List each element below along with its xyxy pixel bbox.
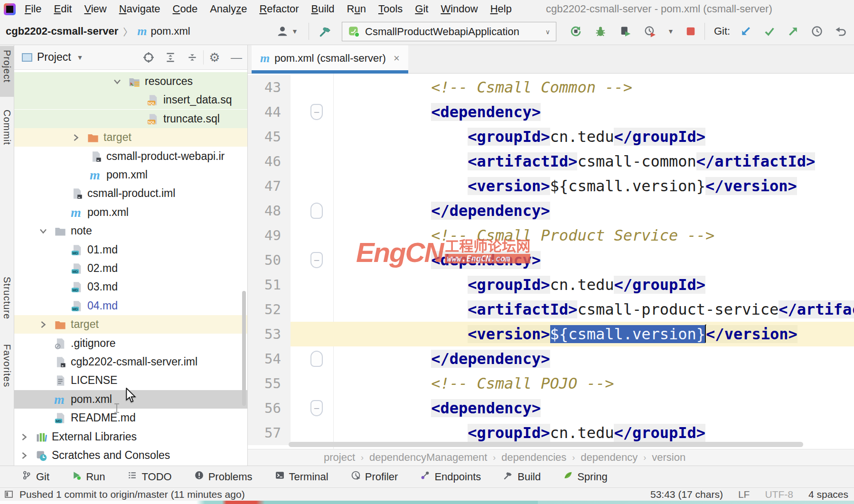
code-line-55[interactable]: 55 <!-- Csmall POJO --> bbox=[248, 371, 854, 396]
locate-file-button[interactable] bbox=[138, 48, 160, 67]
code-line-53[interactable]: 53 <version>${csmall.version}</version> bbox=[248, 322, 854, 346]
tree-item-gitignore[interactable]: .gitignore bbox=[14, 334, 247, 353]
tool-window-button-git[interactable]: Git bbox=[22, 470, 49, 483]
tree-item-csmall-product-webapi-ir[interactable]: csmall-product-webapi.ir bbox=[14, 147, 247, 166]
code-line-56[interactable]: 56− <dependency> bbox=[248, 396, 854, 420]
line-separator-widget[interactable]: LF bbox=[738, 489, 750, 500]
fold-marker-icon[interactable]: − bbox=[310, 400, 323, 416]
fold-marker-icon[interactable] bbox=[310, 351, 323, 367]
stop-button[interactable] bbox=[683, 23, 699, 39]
tool-window-button-todo[interactable]: TODO bbox=[127, 470, 171, 483]
code-line-46[interactable]: 46 <artifactId>csmall-common</artifactId… bbox=[248, 149, 854, 174]
menu-edit[interactable]: Edit bbox=[47, 3, 78, 15]
xml-breadcrumb-dependencymanagement[interactable]: dependencyManagement bbox=[369, 451, 487, 464]
stripe-tab-project[interactable]: Project bbox=[0, 46, 14, 97]
stripe-tab-commit[interactable]: Commit bbox=[0, 106, 14, 159]
tree-item-readme-md[interactable]: MDREADME.md bbox=[14, 409, 247, 427]
caret-position-widget[interactable]: 53:43 (17 chars) bbox=[650, 489, 723, 500]
collapse-all-button[interactable] bbox=[181, 48, 203, 67]
tree-item-note[interactable]: note bbox=[14, 222, 247, 240]
tool-window-button-problems[interactable]: Problems bbox=[194, 470, 253, 483]
chevron-down-icon[interactable] bbox=[112, 76, 123, 87]
xml-breadcrumb-dependencies[interactable]: dependencies bbox=[501, 451, 566, 464]
tree-item-03-md[interactable]: MD03.md bbox=[14, 278, 247, 296]
menu-file[interactable]: File bbox=[19, 3, 47, 15]
menu-code[interactable]: Code bbox=[167, 3, 204, 15]
code-line-45[interactable]: 45 <groupId>cn.tedu</groupId> bbox=[248, 124, 854, 149]
menu-run[interactable]: Run bbox=[341, 3, 372, 15]
build-project-button[interactable] bbox=[317, 18, 333, 45]
tool-window-toggle-icon[interactable] bbox=[5, 491, 13, 498]
menu-build[interactable]: Build bbox=[305, 3, 341, 15]
tool-window-button-profiler[interactable]: Profiler bbox=[351, 470, 398, 483]
xml-breadcrumb-dependency[interactable]: dependency bbox=[581, 451, 638, 464]
code-line-51[interactable]: 51 <groupId>cn.tedu</groupId> bbox=[248, 272, 854, 297]
tree-item-02-md[interactable]: MD02.md bbox=[14, 259, 247, 278]
tool-window-button-terminal[interactable]: Terminal bbox=[275, 470, 328, 483]
tree-item-cgb2202-csmall-server-iml[interactable]: cgb2202-csmall-server.iml bbox=[14, 353, 247, 371]
git-push-button[interactable] bbox=[785, 23, 801, 39]
project-tree-scrollbar[interactable] bbox=[242, 291, 246, 406]
xml-breadcrumb-project[interactable]: project bbox=[324, 451, 355, 464]
tree-item-pom-xml[interactable]: mpom.xml bbox=[14, 203, 247, 222]
close-tab-icon[interactable]: × bbox=[394, 52, 400, 65]
tree-item-external-libraries[interactable]: External Libraries bbox=[14, 428, 247, 446]
stripe-tab-favorites[interactable]: Favorites bbox=[0, 340, 14, 401]
code-line-47[interactable]: 47 <version>${csmall.version}</version> bbox=[248, 174, 854, 198]
chevron-right-icon[interactable] bbox=[70, 132, 82, 143]
breadcrumb-project[interactable]: cgb2202-csmall-server bbox=[6, 25, 118, 37]
fold-marker-icon[interactable]: − bbox=[310, 104, 323, 120]
menu-refactor[interactable]: Refactor bbox=[253, 3, 305, 15]
menu-navigate[interactable]: Navigate bbox=[113, 3, 167, 15]
menu-analyze[interactable]: Analyze bbox=[204, 3, 253, 15]
code-line-52[interactable]: 52 <artifactId>csmall-product-service</a… bbox=[248, 297, 854, 322]
tree-item-resources[interactable]: resources bbox=[14, 72, 247, 91]
fold-marker-icon[interactable] bbox=[310, 203, 323, 219]
chevron-right-icon[interactable] bbox=[19, 450, 30, 461]
editor-horizontal-scrollbar[interactable] bbox=[289, 442, 803, 447]
code-line-43[interactable]: 43 <!-- Csmall Common --> bbox=[248, 75, 854, 100]
tree-item-csmall-product-iml[interactable]: csmall-product.iml bbox=[14, 184, 247, 203]
indent-widget[interactable]: 4 spaces bbox=[808, 489, 848, 500]
run-with-coverage-button[interactable] bbox=[617, 23, 633, 39]
code-line-54[interactable]: 54 </dependency> bbox=[248, 346, 854, 371]
tree-item-target[interactable]: target bbox=[14, 128, 247, 147]
fold-marker-icon[interactable]: − bbox=[310, 252, 323, 268]
menu-view[interactable]: View bbox=[78, 3, 113, 15]
tool-window-button-build[interactable]: Build bbox=[503, 470, 541, 483]
chevron-down-icon[interactable] bbox=[38, 225, 49, 237]
menu-window[interactable]: Window bbox=[434, 3, 484, 15]
settings-gear-button[interactable]: ⚙ bbox=[204, 48, 225, 67]
code-line-44[interactable]: 44− <dependency> bbox=[248, 100, 854, 124]
tool-window-button-spring[interactable]: Spring bbox=[563, 470, 608, 483]
code-line-49[interactable]: 49 <!-- Csmall Product Service --> bbox=[248, 223, 854, 248]
git-commit-button[interactable] bbox=[761, 23, 778, 39]
tree-item-license[interactable]: LICENSE bbox=[14, 371, 247, 390]
rerun-button[interactable] bbox=[568, 23, 584, 39]
editor-tab-pom-xml[interactable]: m pom.xml (csmall-server) × bbox=[252, 45, 408, 72]
tree-item-04-md[interactable]: MD04.md bbox=[14, 297, 247, 315]
collaboration-button[interactable]: ▼ bbox=[274, 18, 298, 45]
encoding-widget[interactable]: UTF-8 bbox=[765, 489, 793, 500]
code-line-48[interactable]: 48 </dependency> bbox=[248, 198, 854, 223]
tree-item-pom-xml[interactable]: mpom.xml bbox=[14, 166, 247, 184]
tool-window-button-run[interactable]: Run bbox=[72, 470, 105, 483]
chevron-right-icon[interactable] bbox=[19, 431, 30, 443]
breadcrumb-file[interactable]: pom.xml bbox=[151, 25, 190, 37]
git-update-button[interactable] bbox=[738, 23, 754, 39]
menu-git[interactable]: Git bbox=[409, 3, 434, 15]
tool-window-button-endpoints[interactable]: Endpoints bbox=[420, 470, 481, 483]
code-line-50[interactable]: 50− <dependency> bbox=[248, 248, 854, 272]
expand-all-button[interactable] bbox=[160, 48, 181, 67]
chevron-right-icon[interactable] bbox=[38, 319, 49, 330]
project-panel-title[interactable]: Project bbox=[37, 51, 71, 64]
tree-item-scratches-and-consoles[interactable]: Scratches and Consoles bbox=[14, 446, 247, 465]
hide-panel-button[interactable]: — bbox=[225, 48, 247, 67]
debug-button[interactable] bbox=[592, 23, 609, 39]
chevron-down-icon[interactable]: ▼ bbox=[667, 28, 674, 35]
tree-item-truncate-sql[interactable]: SQLtruncate.sql bbox=[14, 110, 247, 128]
menu-tools[interactable]: Tools bbox=[372, 3, 409, 15]
git-history-button[interactable] bbox=[809, 23, 825, 39]
profiler-button[interactable] bbox=[642, 23, 658, 39]
chevron-down-icon[interactable]: ▼ bbox=[77, 54, 84, 61]
